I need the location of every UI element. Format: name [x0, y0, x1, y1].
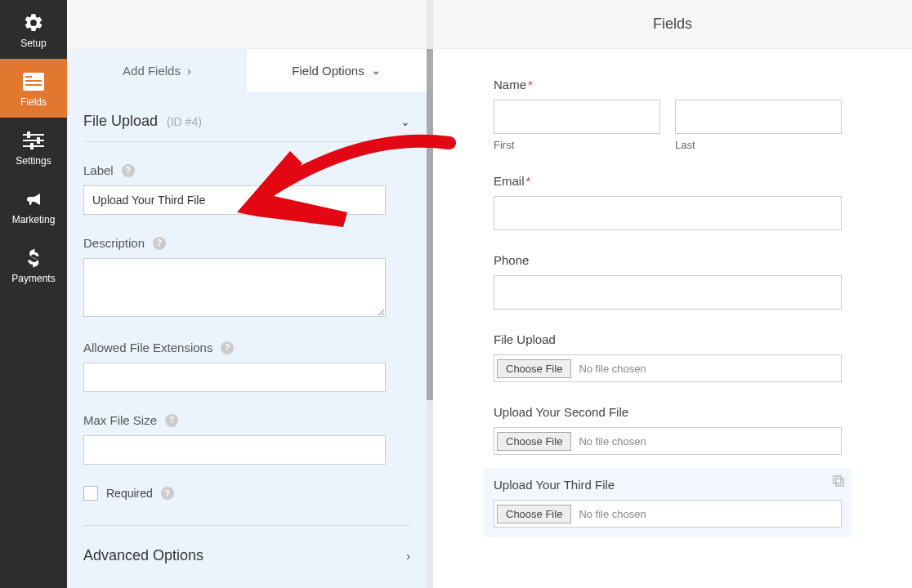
- svg-rect-1: [25, 76, 32, 78]
- section-id: (ID #4): [167, 115, 202, 128]
- form-field-second-file[interactable]: Upload Your Second File Choose File No f…: [494, 405, 842, 455]
- description-input[interactable]: [83, 258, 386, 317]
- label-input[interactable]: [83, 185, 386, 215]
- sidebar-item-settings[interactable]: Settings: [0, 118, 67, 176]
- chevron-right-icon: ›: [406, 550, 410, 563]
- form-field-email[interactable]: Email*: [494, 174, 842, 230]
- help-icon[interactable]: ?: [221, 341, 234, 354]
- file-input-row[interactable]: Choose File No file chosen: [494, 500, 842, 528]
- file-input-row[interactable]: Choose File No file chosen: [494, 354, 842, 382]
- svg-rect-7: [37, 137, 40, 144]
- sidebar-label-settings: Settings: [16, 155, 51, 167]
- form-icon: [22, 70, 45, 93]
- svg-rect-4: [23, 134, 44, 136]
- tab-add-fields[interactable]: Add Fields ›: [67, 49, 247, 91]
- email-label: Email*: [494, 174, 842, 188]
- last-name-input[interactable]: [675, 100, 842, 134]
- advanced-header[interactable]: Advanced Options ›: [83, 525, 410, 576]
- section-title: File Upload (ID #4): [83, 113, 202, 130]
- sidebar-label-fields: Fields: [20, 96, 47, 108]
- last-sublabel: Last: [675, 139, 842, 151]
- tabs-row: Add Fields › Field Options ⌄: [67, 49, 427, 91]
- gear-icon: [22, 11, 45, 34]
- form-field-phone[interactable]: Phone: [494, 253, 842, 310]
- phone-input[interactable]: [494, 275, 842, 310]
- scrollbar-thumb[interactable]: [427, 49, 433, 400]
- sidebar-item-setup[interactable]: Setup: [0, 0, 67, 59]
- first-sublabel: First: [494, 139, 660, 151]
- form-field-file-upload[interactable]: File Upload Choose File No file chosen: [494, 332, 842, 382]
- tab-field-options-label: Field Options: [292, 64, 364, 78]
- chevron-down-icon: ⌄: [371, 63, 382, 78]
- form-field-name[interactable]: Name* First Last: [494, 78, 842, 151]
- svg-rect-11: [836, 479, 843, 486]
- file-upload-label: File Upload: [494, 332, 842, 346]
- label-block: Label ?: [83, 142, 410, 215]
- dollar-icon: [22, 247, 45, 270]
- choose-file-button[interactable]: Choose File: [497, 432, 571, 451]
- help-icon[interactable]: ?: [165, 414, 178, 427]
- max-size-row: Max File Size ?: [83, 413, 410, 427]
- file-input-row[interactable]: Choose File No file chosen: [494, 427, 842, 455]
- chevron-right-icon: ›: [187, 64, 191, 78]
- help-icon[interactable]: ?: [153, 237, 166, 250]
- svg-rect-5: [27, 131, 30, 138]
- scrollbar[interactable]: [427, 0, 433, 588]
- advanced-title: Advanced Options: [83, 547, 203, 564]
- help-icon[interactable]: ?: [161, 487, 174, 500]
- required-checkbox[interactable]: [83, 486, 98, 501]
- sidebar-item-fields[interactable]: Fields: [0, 59, 67, 118]
- preview-panel: Fields Name* First Last: [433, 0, 912, 588]
- left-panel: Add Fields › Field Options ⌄ File Upload…: [67, 0, 433, 588]
- no-file-text: No file chosen: [574, 435, 646, 448]
- sidebar-label-marketing: Marketing: [12, 214, 56, 225]
- preview-header: Fields: [433, 0, 912, 49]
- svg-rect-10: [834, 476, 841, 483]
- section-header[interactable]: File Upload (ID #4) ⌄: [83, 91, 410, 142]
- left-header: [67, 0, 427, 49]
- svg-rect-9: [30, 143, 34, 149]
- duplicate-icon[interactable]: [832, 474, 845, 490]
- second-file-label: Upload Your Second File: [494, 405, 842, 419]
- help-icon[interactable]: ?: [122, 164, 135, 177]
- label-row: Label ?: [83, 163, 410, 177]
- phone-label: Phone: [494, 253, 842, 267]
- svg-rect-3: [25, 84, 42, 86]
- bullhorn-icon: [22, 188, 45, 211]
- first-name-input[interactable]: [494, 100, 660, 134]
- no-file-text: No file chosen: [574, 363, 646, 375]
- form-field-third-file[interactable]: Upload Your Third File Choose File No fi…: [484, 468, 852, 537]
- third-file-label: Upload Your Third File: [494, 478, 842, 492]
- allowed-ext-row: Allowed File Extensions ?: [83, 341, 410, 354]
- choose-file-button[interactable]: Choose File: [497, 505, 571, 523]
- sliders-icon: [22, 129, 45, 152]
- options-pane: File Upload (ID #4) ⌄ Label ? Descriptio…: [67, 91, 427, 588]
- tab-field-options[interactable]: Field Options ⌄: [247, 49, 427, 91]
- description-block: Description ?: [83, 215, 410, 319]
- sidebar-label-setup: Setup: [20, 38, 46, 49]
- chevron-down-icon: ⌄: [400, 115, 410, 128]
- required-label: Required: [106, 487, 153, 500]
- svg-rect-6: [23, 140, 44, 141]
- allowed-ext-block: Allowed File Extensions ?: [83, 319, 410, 392]
- tab-add-fields-label: Add Fields: [123, 64, 181, 78]
- allowed-ext-input[interactable]: [83, 363, 386, 392]
- description-row: Description ?: [83, 236, 410, 250]
- name-label: Name*: [494, 78, 842, 91]
- max-size-input[interactable]: [83, 435, 386, 465]
- sidebar-item-marketing[interactable]: Marketing: [0, 176, 67, 235]
- sidebar: Setup Fields Settings Marketing Payments: [0, 0, 67, 588]
- no-file-text: No file chosen: [574, 508, 646, 520]
- max-size-block: Max File Size ?: [83, 392, 410, 465]
- form-area: Name* First Last Email*: [433, 49, 912, 588]
- choose-file-button[interactable]: Choose File: [497, 359, 571, 378]
- email-input[interactable]: [494, 196, 842, 230]
- svg-rect-2: [25, 80, 42, 82]
- sidebar-item-payments[interactable]: Payments: [0, 235, 67, 294]
- required-row[interactable]: Required ?: [83, 486, 410, 501]
- sidebar-label-payments: Payments: [11, 273, 55, 284]
